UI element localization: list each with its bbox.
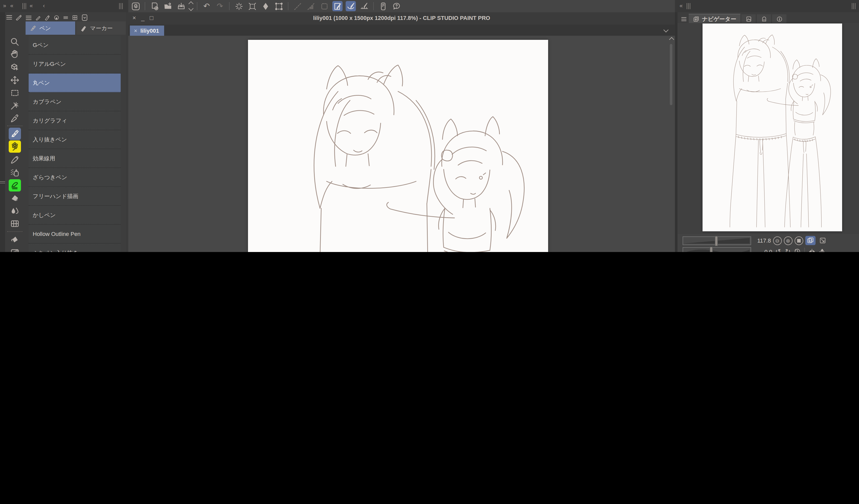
snap-special-ruler-icon[interactable] bbox=[306, 1, 316, 11]
subtool-item[interactable]: フリーハンド描画 bbox=[29, 187, 121, 206]
pen-tab-icon[interactable] bbox=[15, 14, 21, 20]
open-file-icon[interactable] bbox=[163, 1, 173, 11]
zoom-tool-icon[interactable] bbox=[9, 36, 21, 48]
nav-zoom-out-icon[interactable]: ⊖ bbox=[773, 236, 782, 245]
navigator-rotation-slider[interactable] bbox=[682, 247, 751, 252]
palette-grip-icon[interactable] bbox=[22, 3, 26, 9]
auto-select-tool-icon[interactable] bbox=[9, 99, 21, 112]
hand-tool-icon[interactable] bbox=[9, 48, 21, 60]
mini-stack-icon[interactable] bbox=[63, 15, 69, 20]
palette-grip-icon[interactable] bbox=[687, 3, 690, 9]
liquify-tool-icon[interactable] bbox=[9, 218, 21, 230]
fill-tool-icon[interactable] bbox=[9, 233, 21, 246]
chevron-left-icon[interactable]: ‹ bbox=[43, 3, 45, 9]
tab-close-icon[interactable]: × bbox=[134, 28, 137, 34]
snap-grid-icon[interactable] bbox=[319, 1, 329, 11]
flip-horizontal-icon[interactable] bbox=[808, 249, 816, 252]
eyedropper-tool-icon[interactable] bbox=[9, 112, 21, 125]
snap-ruler-pen-icon[interactable] bbox=[332, 1, 343, 11]
mini-marker-icon[interactable] bbox=[44, 15, 50, 20]
tabmate-controller-icon[interactable] bbox=[378, 1, 388, 11]
line-pen-icon[interactable] bbox=[359, 1, 369, 11]
deselect-icon[interactable] bbox=[234, 1, 244, 11]
blend-decoration-tool-icon[interactable] bbox=[9, 179, 21, 191]
navigator-preview-area[interactable] bbox=[678, 23, 859, 234]
subtool-item[interactable]: Hollow Outline Pen bbox=[29, 225, 121, 243]
collapse-subtool-icon[interactable]: « bbox=[30, 3, 33, 9]
subtool-menu-icon[interactable] bbox=[26, 15, 32, 20]
subtool-tab-marker[interactable]: マーカー bbox=[76, 21, 126, 35]
invert-selection-icon[interactable] bbox=[260, 1, 271, 11]
subtool-item[interactable]: リアルGペン bbox=[29, 54, 121, 74]
curve-pen-icon[interactable] bbox=[346, 1, 356, 11]
undo-icon[interactable]: ↶ bbox=[201, 1, 212, 11]
pen-nib-icon bbox=[30, 25, 36, 31]
blend-tool-icon[interactable] bbox=[9, 205, 21, 217]
mini-panel-chevron-icon[interactable] bbox=[81, 14, 88, 21]
nav-rotate-cw-icon[interactable]: ↻ bbox=[784, 248, 792, 252]
reselect-icon[interactable] bbox=[247, 1, 257, 11]
navigator-rotation-thumb[interactable] bbox=[710, 247, 713, 252]
tool-palette-menu-icon[interactable] bbox=[6, 15, 12, 20]
mini-grid-icon[interactable] bbox=[72, 15, 78, 20]
new-file-icon[interactable] bbox=[149, 1, 160, 11]
subtool-item[interactable]: カブラペン bbox=[29, 92, 121, 111]
subtool-item[interactable]: 効果線用 bbox=[29, 149, 121, 168]
airbrush-tool-icon[interactable] bbox=[9, 167, 21, 179]
scale-rotate-icon[interactable] bbox=[273, 1, 284, 11]
fit-screen-icon[interactable] bbox=[817, 236, 828, 245]
mini-ball-icon[interactable] bbox=[54, 15, 59, 20]
subtool-item[interactable]: かしペン bbox=[29, 206, 121, 225]
nav-reset-rotation-icon[interactable] bbox=[794, 248, 801, 252]
mini-pen-icon[interactable] bbox=[35, 15, 41, 20]
selection-tool-icon[interactable] bbox=[9, 87, 21, 99]
help-icon[interactable] bbox=[391, 1, 402, 11]
navigator-menu-icon[interactable] bbox=[680, 14, 688, 23]
collapse-right-dock-icon[interactable]: « bbox=[680, 3, 682, 9]
navigator-thumbnail[interactable] bbox=[703, 23, 842, 231]
canvas-viewport[interactable] bbox=[128, 36, 675, 252]
move-layer-tool-icon[interactable] bbox=[9, 74, 21, 86]
gradient-tool-icon[interactable] bbox=[9, 246, 21, 252]
save-options-chevrons-icon[interactable] bbox=[189, 2, 193, 10]
scrollbar-thumb[interactable] bbox=[670, 44, 672, 105]
subtool-item[interactable]: カリグラフィ bbox=[29, 111, 121, 130]
palette-grip-icon[interactable] bbox=[852, 3, 856, 9]
subtool-item[interactable]: ふちペン入り抜き bbox=[29, 243, 121, 252]
canvas-page[interactable] bbox=[248, 40, 548, 252]
expand-dock-icon[interactable]: » bbox=[3, 3, 6, 9]
subview-tab[interactable] bbox=[741, 14, 756, 23]
information-tab[interactable] bbox=[772, 14, 786, 23]
collapse-dock-icon[interactable]: « bbox=[10, 3, 13, 9]
nav-rotate-ccw-icon[interactable]: ↺ bbox=[774, 248, 782, 252]
nav-zoom-100-icon[interactable] bbox=[794, 236, 803, 245]
clip-studio-logo-icon[interactable] bbox=[130, 1, 140, 11]
subtool-palette: ペン マーカー Gペン リアルGペン 丸ペン カブラペン カリグラフィ 入り抜き… bbox=[25, 12, 126, 252]
operate-tool-icon[interactable] bbox=[9, 61, 21, 73]
palette-grip-icon[interactable] bbox=[119, 3, 123, 9]
item-bank-tab[interactable] bbox=[757, 14, 771, 23]
navigator-tab[interactable]: ナビゲーター bbox=[689, 14, 740, 23]
flip-vertical-icon[interactable] bbox=[818, 248, 827, 252]
decoration-tool-icon[interactable] bbox=[9, 140, 21, 153]
redo-icon[interactable]: ↷ bbox=[215, 1, 225, 11]
subtool-tab-pen[interactable]: ペン bbox=[26, 21, 75, 35]
canvas-vertical-scrollbar[interactable] bbox=[669, 37, 674, 252]
save-file-icon[interactable] bbox=[176, 1, 186, 11]
scroll-up-icon[interactable] bbox=[669, 37, 674, 42]
eraser-tool-icon[interactable] bbox=[9, 192, 21, 204]
subtool-item[interactable]: ざらつきペン bbox=[29, 168, 121, 187]
nav-zoom-in-icon[interactable]: ⊕ bbox=[784, 236, 792, 245]
fit-to-window-icon[interactable] bbox=[805, 236, 815, 245]
subtool-item[interactable]: 入り抜きペン bbox=[29, 130, 121, 149]
dock-splitter[interactable] bbox=[675, 12, 678, 252]
navigator-zoom-slider[interactable] bbox=[682, 236, 751, 245]
snap-off-icon[interactable] bbox=[292, 1, 303, 11]
canvas-tab[interactable]: × liliy001 bbox=[130, 26, 164, 36]
canvas-menu-chevron-icon[interactable] bbox=[663, 27, 668, 32]
navigator-zoom-thumb[interactable] bbox=[715, 236, 718, 246]
pen-tool-icon[interactable] bbox=[9, 128, 21, 140]
subtool-item[interactable]: Gペン bbox=[29, 36, 121, 54]
brush-tool-icon[interactable] bbox=[9, 154, 21, 166]
subtool-item-selected[interactable]: 丸ペン bbox=[29, 74, 121, 92]
